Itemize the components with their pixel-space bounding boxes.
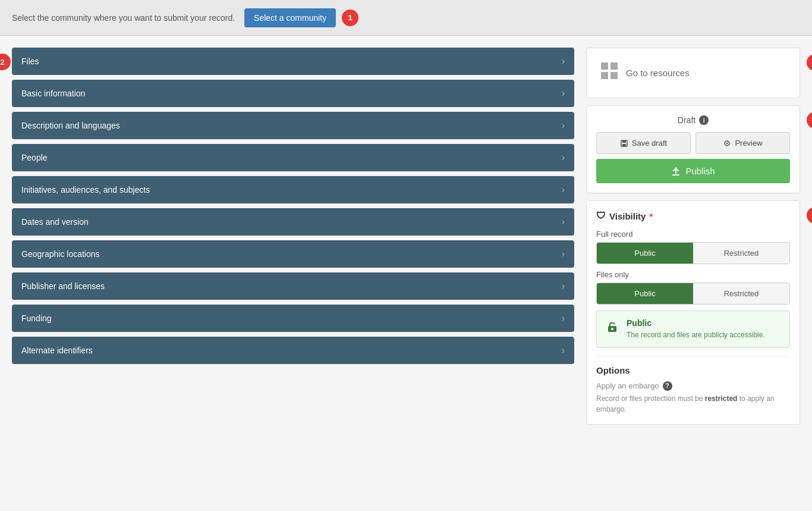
chevron-right-icon: › <box>562 184 565 195</box>
svg-rect-1 <box>610 62 618 70</box>
accordion-alternate-identifiers-header[interactable]: Alternate identifiers › <box>12 337 574 364</box>
svg-point-10 <box>611 328 613 330</box>
accordion-files-label: Files <box>21 57 39 66</box>
embargo-info-icon[interactable]: ? <box>663 381 672 391</box>
accordion-geographic-locations[interactable]: Geographic locations › <box>12 240 574 268</box>
accordion-funding-header[interactable]: Funding › <box>12 305 574 332</box>
chevron-right-icon: › <box>562 281 565 291</box>
main-container: 2 Files › Basic information › Descriptio… <box>0 36 812 437</box>
accordion-initiatives-label: Initiatives, audiences, and subjects <box>21 185 150 195</box>
full-record-public-button[interactable]: Public <box>597 243 693 264</box>
accordion-people-header[interactable]: People › <box>12 144 574 171</box>
draft-card: 4 Draft i Save draft <box>586 105 800 193</box>
step-3-badge: 3 <box>807 54 812 71</box>
required-star: * <box>649 211 653 221</box>
accordion-description-languages-header[interactable]: Description and languages › <box>12 112 574 139</box>
options-title: Options <box>596 365 790 375</box>
accordion-people[interactable]: People › <box>12 144 574 171</box>
embargo-desc-prefix: Record or files protection must be <box>596 394 705 403</box>
visibility-title: 🛡 Visibility * <box>596 211 790 221</box>
accordion-dates-version[interactable]: Dates and version › <box>12 208 574 236</box>
right-column: Go to resources 3 4 Draft i Save draft <box>586 48 800 425</box>
svg-rect-6 <box>622 144 626 146</box>
resources-left: Go to resources <box>599 60 690 86</box>
publish-button[interactable]: Publish <box>596 159 790 183</box>
chevron-right-icon: › <box>562 249 565 259</box>
draft-status: Draft i <box>596 115 790 125</box>
chevron-right-icon: › <box>562 88 565 99</box>
accordion-geographic-locations-header[interactable]: Geographic locations › <box>12 240 574 268</box>
accordion-funding-label: Funding <box>21 314 52 323</box>
files-only-restricted-button[interactable]: Restricted <box>693 283 789 304</box>
public-info-content: Public The record and files are publicly… <box>627 318 765 340</box>
top-bar: Select the community where you want to s… <box>0 0 812 36</box>
chevron-right-icon: › <box>562 345 565 356</box>
full-record-toggle-group: Public Restricted <box>596 242 790 264</box>
svg-rect-3 <box>610 72 618 79</box>
draft-actions: Save draft Preview <box>596 132 790 154</box>
full-record-restricted-button[interactable]: Restricted <box>693 243 789 264</box>
resources-icon <box>599 60 620 86</box>
full-record-label: Full record <box>596 230 790 239</box>
save-draft-label: Save draft <box>632 139 667 148</box>
public-info-desc: The record and files are publicly access… <box>627 330 765 340</box>
accordion-basic-info-header[interactable]: Basic information › <box>12 80 574 107</box>
info-icon[interactable]: i <box>699 115 709 125</box>
accordion-geographic-locations-label: Geographic locations <box>21 249 100 259</box>
public-info-title: Public <box>627 318 765 328</box>
step-5-badge: 5 <box>807 207 812 224</box>
svg-rect-2 <box>601 72 608 79</box>
step-4-badge: 4 <box>807 112 812 128</box>
accordion-description-languages-label: Description and languages <box>21 121 120 130</box>
accordion-dates-version-header[interactable]: Dates and version › <box>12 208 574 236</box>
visibility-card: 5 🛡 Visibility * Full record Public Rest… <box>586 200 800 425</box>
publish-label: Publish <box>685 166 715 176</box>
shield-icon: 🛡 <box>596 211 606 221</box>
step-2-badge: 2 <box>0 54 11 70</box>
files-only-label: Files only <box>596 270 790 279</box>
preview-label: Preview <box>735 139 762 148</box>
accordion-publisher-licenses-label: Publisher and licenses <box>21 281 105 291</box>
accordion-initiatives-header[interactable]: Initiatives, audiences, and subjects › <box>12 176 574 203</box>
chevron-right-icon: › <box>562 313 565 324</box>
public-info-box: Public The record and files are publicly… <box>596 311 790 348</box>
unlock-icon <box>604 318 621 338</box>
files-only-public-button[interactable]: Public <box>597 283 693 304</box>
accordion-people-label: People <box>21 153 48 162</box>
community-prompt: Select the community where you want to s… <box>12 13 235 23</box>
accordion-publisher-licenses-header[interactable]: Publisher and licenses › <box>12 272 574 300</box>
svg-point-8 <box>726 142 728 144</box>
chevron-right-icon: › <box>562 120 565 131</box>
draft-label: Draft <box>678 115 695 125</box>
accordion-dates-version-label: Dates and version <box>21 217 89 227</box>
embargo-desc-key: restricted <box>705 394 738 403</box>
preview-icon <box>723 139 731 148</box>
select-community-button[interactable]: Select a community <box>244 8 336 27</box>
accordion-basic-info[interactable]: Basic information › <box>12 80 574 107</box>
accordion-files[interactable]: Files › <box>12 48 574 75</box>
embargo-desc: Record or files protection must be restr… <box>596 393 790 415</box>
publish-icon <box>671 167 681 176</box>
accordion-description-languages[interactable]: Description and languages › <box>12 112 574 139</box>
files-only-toggle-group: Public Restricted <box>596 283 790 305</box>
accordion-publisher-licenses[interactable]: Publisher and licenses › <box>12 272 574 300</box>
resources-label: Go to resources <box>626 68 690 78</box>
step-1-badge: 1 <box>342 10 358 26</box>
save-icon <box>620 139 628 148</box>
accordion-basic-info-label: Basic information <box>21 89 85 98</box>
left-column: 2 Files › Basic information › Descriptio… <box>12 48 574 425</box>
svg-rect-0 <box>601 62 608 70</box>
preview-button[interactable]: Preview <box>695 132 790 154</box>
svg-rect-5 <box>622 140 626 143</box>
accordion-files-header[interactable]: Files › <box>12 48 574 75</box>
save-draft-button[interactable]: Save draft <box>596 132 691 154</box>
resources-card: Go to resources 3 <box>586 48 800 98</box>
accordion-initiatives[interactable]: Initiatives, audiences, and subjects › <box>12 176 574 203</box>
options-section: Options Apply an embargo ? Record or fil… <box>596 356 790 415</box>
accordion-alternate-identifiers[interactable]: Alternate identifiers › <box>12 337 574 364</box>
accordion-funding[interactable]: Funding › <box>12 305 574 332</box>
chevron-right-icon: › <box>562 152 565 163</box>
visibility-label: Visibility <box>609 211 646 221</box>
embargo-label-text: Apply an embargo <box>596 381 659 390</box>
chevron-right-icon: › <box>562 56 565 67</box>
